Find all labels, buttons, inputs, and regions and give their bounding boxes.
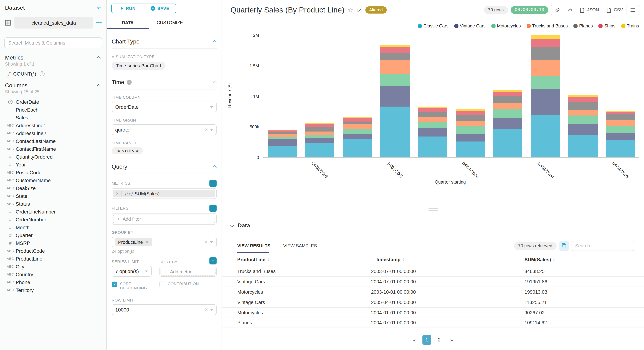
sort-descending-checkbox[interactable]: ✓ SORT DESCENDING (112, 282, 160, 290)
query-collapse-icon[interactable] (213, 165, 217, 169)
bar-segment[interactable] (606, 120, 635, 126)
table-header-cell[interactable]: SUM(Sales)▲▼ (524, 257, 644, 262)
bar-segment[interactable] (268, 131, 297, 132)
column-list-item[interactable]: ABCStatus (0, 200, 106, 208)
bar-segment[interactable] (305, 124, 334, 127)
column-list-item[interactable]: ABCCountry (0, 271, 106, 278)
bar-segment[interactable] (606, 114, 635, 120)
table-row[interactable]: Trucks and Buses2003-07-01 00:00:0084638… (222, 266, 644, 276)
bar-segment[interactable] (380, 47, 410, 53)
collapse-data-icon[interactable] (230, 223, 234, 227)
bar-segment[interactable] (418, 128, 447, 136)
bar-segment[interactable] (305, 143, 334, 157)
bar-segment[interactable] (305, 123, 334, 124)
bar-segment[interactable] (568, 102, 598, 110)
add-metric-dropzone[interactable]: +Add metric (160, 268, 216, 276)
bar-segment[interactable] (568, 95, 598, 97)
bar-segment[interactable] (380, 86, 410, 106)
bar-stack[interactable] (531, 35, 560, 157)
pagination-page-button[interactable]: 2 (435, 335, 444, 345)
bar-segment[interactable] (531, 76, 560, 89)
bar-stack[interactable] (456, 109, 485, 157)
bar-segment[interactable] (493, 90, 522, 91)
time-column-select[interactable]: OrderDate (112, 102, 216, 112)
add-filter-dropzone[interactable]: +Add filter (113, 215, 215, 223)
bar-segment[interactable] (380, 60, 410, 74)
column-list-item[interactable]: Sales (0, 114, 106, 121)
bar-segment[interactable] (493, 109, 522, 118)
chevron-right-icon[interactable]: › (206, 191, 215, 196)
copy-data-button[interactable] (560, 241, 569, 251)
column-list-item[interactable]: ABCDealSize (0, 184, 106, 192)
column-list-item[interactable]: PriceEach (0, 106, 106, 114)
bar-segment[interactable] (268, 146, 297, 157)
bar-segment[interactable] (606, 111, 635, 112)
bar-segment[interactable] (606, 126, 635, 133)
dataset-more-menu-icon[interactable]: ••• (96, 20, 102, 25)
bar-segment[interactable] (305, 131, 334, 135)
contribution-checkbox[interactable]: CONTRIBUTION (160, 282, 199, 290)
bar-segment[interactable] (456, 111, 485, 115)
add-filter-button[interactable]: + (210, 205, 216, 212)
bar-stack[interactable] (418, 107, 447, 157)
run-button[interactable]: RUN (112, 4, 144, 13)
pagination-page-button[interactable]: 1 (422, 335, 431, 345)
bar-segment[interactable] (268, 134, 297, 137)
bar-stack[interactable] (568, 95, 598, 157)
column-list-item[interactable]: ABCPhone (0, 278, 106, 286)
bar-segment[interactable] (380, 106, 410, 157)
column-list-item[interactable]: #MSRP (0, 239, 106, 247)
save-button[interactable]: + SAVE (144, 4, 176, 13)
add-metric-button[interactable]: + (210, 180, 216, 187)
dataset-name[interactable]: cleaned_sales_data (14, 17, 93, 28)
pagination-next-button[interactable]: » (447, 335, 456, 345)
sort-icon[interactable]: ▲▼ (402, 258, 404, 261)
legend-item[interactable]: Ships (598, 23, 616, 28)
column-list-item[interactable]: OrderDate (0, 98, 106, 106)
bar-segment[interactable] (531, 35, 560, 39)
table-row[interactable]: Motorcycles2003-10-01 00:00:00199013.03 (222, 287, 644, 297)
bar-stack[interactable] (343, 117, 372, 157)
metric-pill[interactable]: ✕ ƒ(x)SUM(Sales) › (113, 190, 215, 197)
bar-stack[interactable] (493, 90, 522, 157)
legend-item[interactable]: Trucks and Buses (526, 23, 568, 28)
bar-segment[interactable] (343, 121, 372, 124)
table-header-cell[interactable]: __timestamp▲▼ (371, 257, 524, 262)
bar-segment[interactable] (531, 39, 560, 47)
bar-segment[interactable] (343, 124, 372, 129)
bar-segment[interactable] (456, 121, 485, 126)
legend-item[interactable]: Classic Cars (418, 23, 448, 28)
bar-segment[interactable] (493, 103, 522, 109)
copy-link-button[interactable] (551, 5, 564, 15)
bar-segment[interactable] (456, 126, 485, 134)
tab-view-samples[interactable]: VIEW SAMPLES (283, 239, 317, 253)
bar-segment[interactable] (418, 107, 447, 108)
search-metrics-columns-input[interactable] (4, 37, 102, 48)
bar-segment[interactable] (418, 112, 447, 117)
legend-item[interactable]: Motorcycles (491, 23, 521, 28)
bar-segment[interactable] (493, 91, 522, 96)
chart-type-collapse-icon[interactable] (213, 40, 217, 44)
bar-segment[interactable] (493, 129, 522, 157)
clear-icon[interactable]: ✕ (204, 240, 208, 245)
metrics-collapse-icon[interactable] (97, 56, 101, 60)
bar-segment[interactable] (568, 115, 598, 124)
bar-segment[interactable] (343, 140, 372, 157)
column-list-item[interactable]: ABCAddressLine1 (0, 121, 106, 129)
column-list-item[interactable]: ABCProductLine (0, 255, 106, 263)
collapse-panel-icon[interactable]: ⇤ (96, 4, 101, 11)
bar-segment[interactable] (418, 136, 447, 157)
bar-segment[interactable] (343, 129, 372, 134)
metric-list-item[interactable]: ƒ COUNT(*) ? (0, 67, 106, 77)
table-row[interactable]: Planes2004-07-01 00:00:00109114.62 (222, 318, 644, 328)
bar-segment[interactable] (456, 142, 485, 157)
bar-segment[interactable] (343, 134, 372, 140)
bar-segment[interactable] (493, 118, 522, 129)
series-limit-select[interactable]: 7 option(s) (112, 266, 152, 277)
chart-menu-button[interactable] (626, 5, 639, 15)
bar-segment[interactable] (418, 122, 447, 128)
bar-segment[interactable] (456, 109, 485, 111)
column-list-item[interactable]: #Month (0, 224, 106, 231)
sort-icon[interactable]: ▲▼ (553, 258, 555, 261)
bar-segment[interactable] (606, 133, 635, 140)
